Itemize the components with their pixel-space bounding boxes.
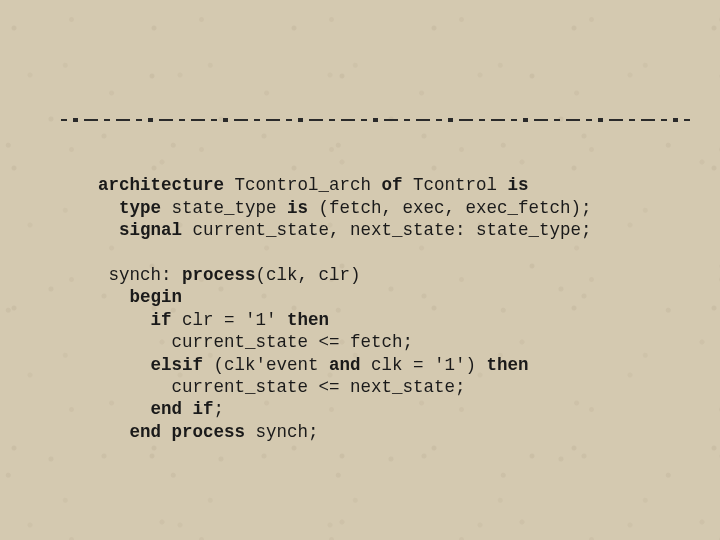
code-line: elsif (clk'event and clk = '1') then: [98, 355, 529, 375]
code-line: end process synch;: [98, 422, 319, 442]
code-line: begin: [98, 287, 182, 307]
code-line: signal current_state, next_state: state_…: [98, 220, 592, 240]
code-line: end if;: [98, 399, 224, 419]
code-line: if clr = '1' then: [98, 310, 329, 330]
code-block: architecture Tcontrol_arch of Tcontrol i…: [98, 152, 592, 443]
code-line: architecture Tcontrol_arch of Tcontrol i…: [98, 175, 529, 195]
code-line: type state_type is (fetch, exec, exec_fe…: [98, 198, 592, 218]
decorative-rule: [58, 118, 690, 122]
code-line: current_state <= next_state;: [98, 377, 466, 397]
code-line: current_state <= fetch;: [98, 332, 413, 352]
code-line: synch: process(clk, clr): [98, 265, 361, 285]
